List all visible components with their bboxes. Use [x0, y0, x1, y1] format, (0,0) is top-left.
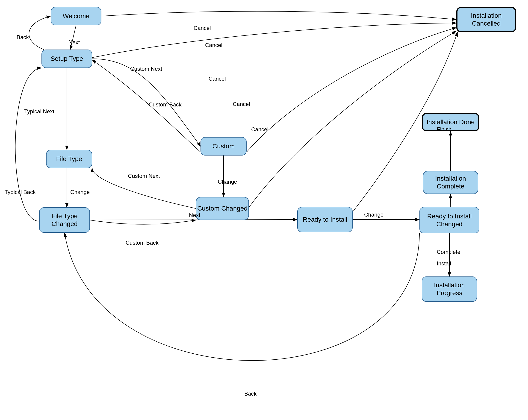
svg-line-1	[70, 25, 76, 49]
node-welcome: Welcome	[51, 7, 101, 25]
node-file-type: File Type	[46, 150, 92, 168]
label-back-2: Back	[244, 391, 256, 397]
label-change-1: Change	[218, 179, 237, 185]
node-file-type-changed: File TypeChanged	[39, 207, 90, 233]
node-setup-type: Setup Type	[41, 49, 92, 68]
label-install: Install	[437, 260, 451, 267]
label-custom-next-1: Custom Next	[130, 66, 162, 72]
node-ready-to-install-changed: Ready to InstallChanged	[420, 207, 479, 233]
label-complete: Complete	[437, 249, 460, 255]
node-installation-complete: InstallationComplete	[423, 171, 478, 194]
label-change-2: Change	[70, 189, 90, 195]
label-next-2: Next	[189, 212, 200, 218]
label-custom-back-1: Custom Back	[149, 101, 182, 108]
label-next: Next	[68, 39, 80, 46]
label-change-3: Change	[364, 211, 384, 218]
label-custom-back-2: Custom Back	[126, 240, 158, 246]
label-cancel-4: Cancel	[233, 101, 250, 107]
label-cancel-5: Cancel	[251, 126, 268, 133]
node-installation-progress: InstallationProgress	[422, 277, 477, 302]
label-typical-back: Typical Back	[5, 189, 36, 195]
node-installation-cancelled: InstallationCancelled	[456, 7, 516, 32]
node-ready-to-install: Ready to Install	[297, 207, 353, 232]
node-custom-changed: Custom Changed	[196, 197, 249, 220]
node-custom: Custom	[201, 137, 247, 155]
diagram: Welcome Setup Type Custom Custom Changed…	[0, 0, 528, 420]
label-cancel-3: Cancel	[209, 76, 226, 82]
label-finish: Finish	[437, 126, 452, 133]
label-custom-next-2: Custom Next	[128, 173, 160, 179]
label-cancel-1: Cancel	[194, 25, 211, 31]
label-typical-next: Typical Next	[24, 108, 54, 115]
label-back: Back	[17, 34, 29, 41]
label-cancel-2: Cancel	[205, 42, 222, 48]
svg-line-5	[90, 220, 297, 220]
